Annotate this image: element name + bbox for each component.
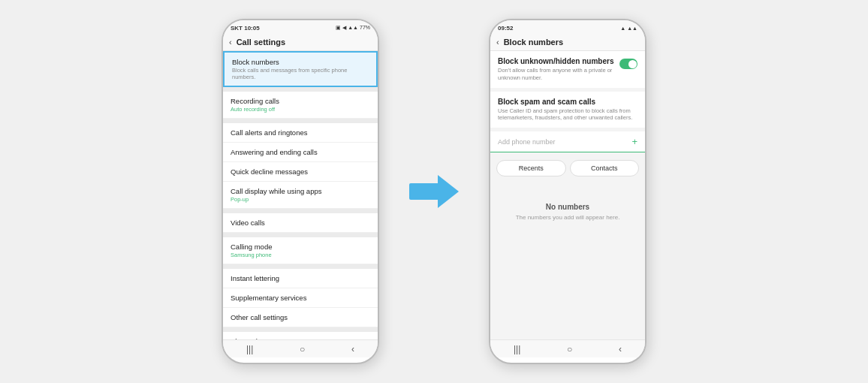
video-title: Video calls (231, 219, 370, 227)
right-bottom-nav: ||| ○ ‹ (490, 339, 645, 357)
left-phone-frame: SKT 10:05 ▣ ◀ ▲▲ 77% ‹ Call settings Blo… (222, 19, 379, 364)
display-sub: Pop-up (231, 196, 370, 203)
calling-mode-title: Calling mode (231, 243, 370, 251)
menu-item-video[interactable]: Video calls (223, 213, 378, 233)
block-unknown-desc: Don't allow calls from anyone with a pri… (498, 67, 619, 82)
block-unknown-section: Block unknown/hidden numbers Don't allow… (490, 51, 645, 88)
menu-item-recording[interactable]: Recording calls Auto recording off (223, 92, 378, 119)
block-unknown-toggle[interactable] (619, 59, 637, 69)
left-back-arrow[interactable]: ‹ (229, 38, 232, 47)
signal-icons: ▣ ◀ ▲▲ 77% (336, 25, 370, 31)
add-phone-placeholder: Add phone number (498, 138, 556, 146)
supplementary-title: Supplementary services (231, 294, 370, 302)
block-numbers-sub: Block calls and messages from specific p… (232, 67, 369, 80)
menu-item-display[interactable]: Call display while using apps Pop-up (223, 182, 378, 209)
right-phone-frame: 09:52 ▲ ▲▲ ‹ Block numbers Block unknown… (489, 19, 646, 364)
answering-title: Answering and ending calls (231, 148, 370, 156)
empty-desc: The numbers you add will appear here. (516, 214, 620, 221)
arrow-container (409, 175, 459, 208)
calling-mode-sub: Samsung phone (231, 252, 370, 258)
right-nav-title: Block numbers (504, 38, 563, 47)
recents-contacts-row: Recents Contacts (490, 156, 645, 180)
menu-item-block-numbers[interactable]: Block numbers Block calls and messages f… (223, 51, 378, 87)
forward-arrow-icon (438, 175, 459, 208)
left-nav-title: Call settings (237, 38, 285, 47)
left-phone: SKT 10:05 ▣ ◀ ▲▲ 77% ‹ Call settings Blo… (222, 19, 379, 364)
right-nav-back[interactable]: ‹ (619, 344, 622, 354)
empty-title: No numbers (546, 203, 589, 211)
menu-item-calling-mode[interactable]: Calling mode Samsung phone (223, 237, 378, 264)
right-nav-recent-apps[interactable]: ||| (514, 344, 520, 354)
menu-item-decline[interactable]: Quick decline messages (223, 162, 378, 182)
empty-state: No numbers The numbers you add will appe… (490, 180, 645, 228)
left-bottom-nav: ||| ○ ‹ (223, 339, 378, 357)
add-phone-plus-icon[interactable]: + (631, 136, 637, 147)
recents-button[interactable]: Recents (496, 160, 566, 176)
menu-item-supplementary[interactable]: Supplementary services (223, 288, 378, 308)
right-signal-icons: ▲ ▲▲ (620, 26, 637, 31)
right-status-icons: ▲ ▲▲ (620, 26, 637, 31)
left-time: SKT 10:05 (231, 25, 260, 32)
block-unknown-text: Block unknown/hidden numbers Don't allow… (498, 57, 619, 82)
display-title: Call display while using apps (231, 187, 370, 195)
right-phone: 09:52 ▲ ▲▲ ‹ Block numbers Block unknown… (489, 19, 646, 364)
recording-sub: Auto recording off (231, 106, 370, 113)
right-status-bar: 09:52 ▲ ▲▲ (490, 20, 645, 34)
lettering-title: Instant lettering (231, 274, 370, 282)
left-nav-bar: ‹ Call settings (223, 34, 378, 51)
right-nav-home[interactable]: ○ (567, 344, 572, 354)
block-unknown-title: Block unknown/hidden numbers (498, 57, 619, 65)
right-nav-bar: ‹ Block numbers (490, 34, 645, 51)
add-phone-row[interactable]: Add phone number + (490, 131, 645, 152)
menu-item-lettering[interactable]: Instant lettering (223, 269, 378, 288)
other-title: Other call settings (231, 313, 370, 321)
block-spam-section: Block spam and scam calls Use Caller ID … (490, 92, 645, 128)
left-status-bar: SKT 10:05 ▣ ◀ ▲▲ 77% (223, 20, 378, 34)
recording-title: Recording calls (231, 97, 370, 105)
menu-item-other[interactable]: Other call settings (223, 308, 378, 327)
decline-title: Quick decline messages (231, 167, 370, 176)
block-unknown-row: Block unknown/hidden numbers Don't allow… (498, 57, 637, 82)
contacts-button[interactable]: Contacts (570, 160, 640, 176)
alerts-title: Call alerts and ringtones (231, 128, 370, 137)
right-content: Block unknown/hidden numbers Don't allow… (490, 51, 645, 339)
block-spam-title: Block spam and scam calls (498, 98, 637, 106)
right-time: 09:52 (498, 25, 513, 32)
menu-item-answering[interactable]: Answering and ending calls (223, 143, 378, 162)
left-nav-recent-apps[interactable]: ||| (246, 344, 253, 354)
menu-item-about[interactable]: About Phone (223, 332, 378, 339)
left-nav-back[interactable]: ‹ (351, 344, 354, 354)
left-status-icons: ▣ ◀ ▲▲ 77% (336, 25, 370, 31)
block-spam-desc: Use Caller ID and spam protection to blo… (498, 107, 637, 122)
block-numbers-title: Block numbers (232, 58, 369, 66)
right-back-arrow[interactable]: ‹ (496, 38, 499, 47)
left-content: Block numbers Block calls and messages f… (223, 51, 378, 339)
menu-item-alerts[interactable]: Call alerts and ringtones (223, 123, 378, 143)
left-nav-home[interactable]: ○ (300, 344, 305, 354)
